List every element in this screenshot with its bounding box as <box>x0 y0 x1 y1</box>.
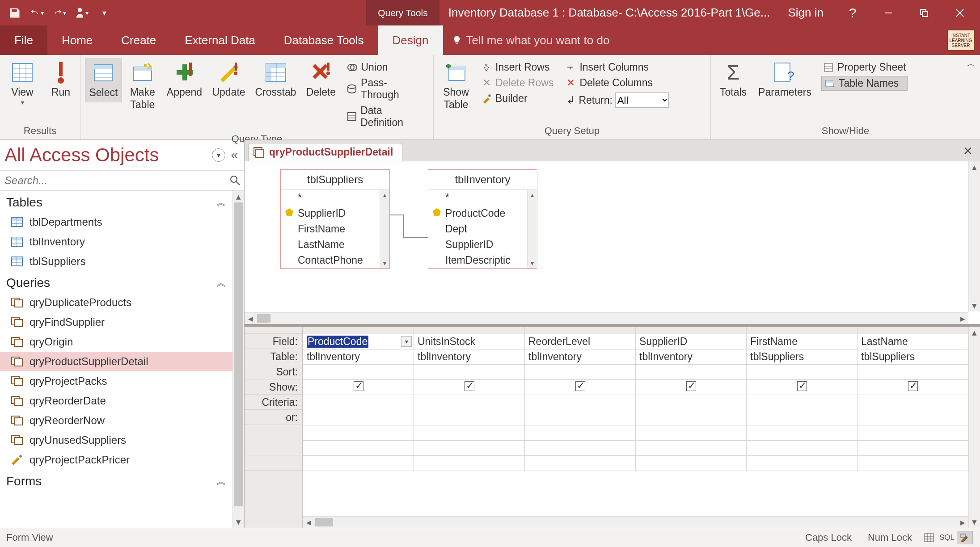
or-cell[interactable] <box>303 410 414 425</box>
sort-cell[interactable] <box>858 365 968 380</box>
update-button[interactable]: Update <box>208 59 249 101</box>
column-header[interactable] <box>636 327 747 334</box>
search-input[interactable] <box>0 171 226 190</box>
table-cell[interactable]: tblInventory <box>636 349 747 365</box>
grid-cell[interactable] <box>414 425 525 441</box>
checkbox[interactable] <box>465 381 474 391</box>
minimize-button[interactable] <box>882 6 895 20</box>
or-cell[interactable] <box>747 410 858 425</box>
chevron-up-icon[interactable]: ︽ <box>216 475 226 488</box>
grid-cell[interactable] <box>636 425 747 441</box>
scroll-up-button[interactable]: ▴ <box>233 191 244 202</box>
criteria-cell[interactable] <box>303 395 414 410</box>
grid-cell[interactable] <box>858 441 968 456</box>
table-cell[interactable]: tblSuppliers <box>858 349 968 365</box>
grid-cell[interactable] <box>303 425 414 441</box>
pass-through-button[interactable]: Pass-Through <box>345 76 427 102</box>
nav-item-query[interactable]: qryProjectPackPricer <box>0 450 232 470</box>
tell-me-search[interactable]: Tell me what you want to do <box>443 25 619 55</box>
show-cell[interactable] <box>858 380 968 395</box>
or-cell[interactable] <box>525 410 636 425</box>
nav-item-query[interactable]: qryOrigin <box>0 332 232 352</box>
criteria-cell[interactable] <box>414 395 525 410</box>
design-view-button[interactable] <box>957 531 973 544</box>
show-cell[interactable] <box>303 380 414 395</box>
sort-cell[interactable] <box>747 365 858 380</box>
field-cell[interactable]: UnitsInStock <box>414 334 525 349</box>
grid-cell[interactable] <box>525 441 636 456</box>
criteria-cell[interactable] <box>636 395 747 410</box>
undo-icon[interactable]: ▾ <box>30 6 44 20</box>
delete-query-button[interactable]: Delete <box>302 59 339 101</box>
table-field[interactable]: FirstName <box>281 221 389 237</box>
grid-cell[interactable] <box>747 425 858 441</box>
show-cell[interactable] <box>636 380 747 395</box>
nav-item-query[interactable]: qryProductSupplierDetail <box>0 352 232 371</box>
table-scrollbar[interactable]: ▴▾ <box>380 190 389 268</box>
redo-icon[interactable]: ▾ <box>53 6 66 20</box>
column-header[interactable] <box>303 327 414 334</box>
nav-item-query[interactable]: qryDuplicateProducts <box>0 293 232 312</box>
table-field[interactable]: * <box>281 190 389 206</box>
field-cell[interactable]: ReorderLevel <box>525 334 636 349</box>
show-table-button[interactable]: Show Table <box>438 59 474 114</box>
grid-cell[interactable] <box>636 441 747 456</box>
totals-button[interactable]: Σ Totals <box>715 59 751 101</box>
field-cell[interactable]: SupplierID <box>636 334 747 349</box>
grid-cell[interactable] <box>303 456 414 471</box>
table-field[interactable]: SupplierID <box>281 206 389 221</box>
crosstab-button[interactable]: Crosstab <box>252 59 300 101</box>
sort-cell[interactable] <box>414 365 525 380</box>
customize-qat-icon[interactable]: ▾ <box>97 6 111 20</box>
nav-item-query[interactable]: qryReorderNow <box>0 411 232 430</box>
document-tab[interactable]: qryProductSupplierDetail <box>248 143 402 161</box>
run-button[interactable]: Run <box>43 59 79 101</box>
checkbox[interactable] <box>797 381 807 391</box>
grid-cell[interactable] <box>414 456 525 471</box>
table-field[interactable]: ProductCode <box>428 206 537 221</box>
save-icon[interactable] <box>8 6 21 20</box>
grid-hscrollbar[interactable]: ◂▸ <box>303 516 968 528</box>
or-cell[interactable] <box>636 410 747 425</box>
tab-database-tools[interactable]: Database Tools <box>270 25 378 55</box>
scroll-thumb[interactable] <box>234 202 243 506</box>
grid-vscrollbar[interactable]: ▴▾ <box>968 327 980 528</box>
union-button[interactable]: Union <box>345 60 427 74</box>
sort-cell[interactable] <box>303 365 414 380</box>
property-sheet-button[interactable]: Property Sheet <box>821 60 908 74</box>
maximize-button[interactable] <box>917 6 931 20</box>
grid-cell[interactable] <box>525 425 636 441</box>
grid-cell[interactable] <box>858 425 968 441</box>
diagram-vscrollbar[interactable]: ▴▾ <box>968 161 980 311</box>
nav-item-table[interactable]: tblDepartments <box>0 212 232 232</box>
field-cell[interactable]: LastName <box>858 334 968 349</box>
or-cell[interactable] <box>858 410 968 425</box>
append-button[interactable]: Append <box>163 59 206 101</box>
table-field[interactable]: * <box>428 190 537 206</box>
sort-cell[interactable] <box>525 365 636 380</box>
criteria-cell[interactable] <box>525 395 636 410</box>
dropdown-button[interactable]: ▾ <box>401 336 412 347</box>
sign-in-link[interactable]: Sign in <box>788 6 824 20</box>
table-cell[interactable]: tblInventory <box>525 349 636 365</box>
nav-item-query[interactable]: qryReorderDate <box>0 391 232 411</box>
make-table-button[interactable]: Make Table <box>125 59 161 114</box>
return-control[interactable]: ↲ Return: All <box>563 92 670 109</box>
column-header[interactable] <box>858 327 968 334</box>
table-cell[interactable]: tblSuppliers <box>747 349 858 365</box>
show-cell[interactable] <box>525 380 636 395</box>
help-button[interactable]: ? <box>846 6 859 20</box>
table-scrollbar[interactable]: ▴▾ <box>527 190 537 268</box>
column-header[interactable] <box>414 327 525 334</box>
table-field[interactable]: ContactPhone <box>281 252 389 268</box>
sort-cell[interactable] <box>636 365 747 380</box>
search-icon[interactable] <box>226 172 244 189</box>
builder-button[interactable]: Builder <box>479 92 555 105</box>
chevron-up-icon[interactable]: ︽ <box>216 196 226 209</box>
show-cell[interactable] <box>747 380 858 395</box>
qat-item-icon[interactable]: ▾ <box>75 6 89 20</box>
table-field[interactable]: LastName <box>281 237 389 252</box>
nav-scrollbar[interactable]: ▴ ▾ <box>232 191 244 528</box>
select-query-button[interactable]: Select <box>85 59 122 102</box>
criteria-cell[interactable] <box>747 395 858 410</box>
